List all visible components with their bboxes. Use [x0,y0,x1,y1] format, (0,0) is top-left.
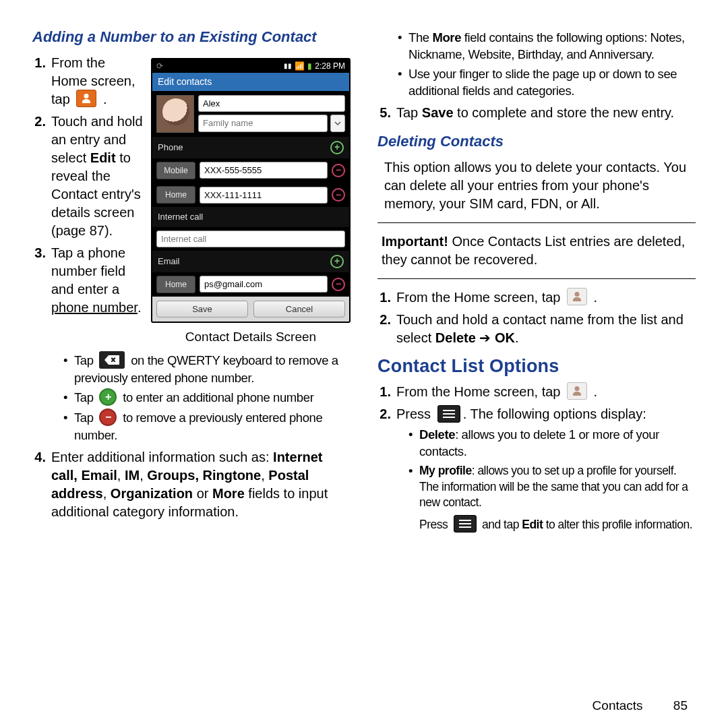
left-column: Adding a Number to an Existing Contact ⟳… [32,27,351,534]
step-num-4: 4. [32,448,51,521]
phone-type-mobile[interactable]: Mobile [156,162,195,179]
clo-step-2: Press . The following options display: [396,405,696,424]
del-step-2: Touch and hold a contact name from the l… [396,311,696,347]
step-num-5: 5. [377,104,396,122]
contacts-icon [76,90,96,107]
clock: 2:28 PM [315,61,345,71]
internet-section-label: Internet call [158,211,203,223]
family-name-field[interactable] [198,115,328,132]
screen-title: Edit contacts [152,73,349,91]
contacts-icon [567,288,587,305]
heading-deleting-contacts: Deleting Contacts [377,131,696,152]
step3-bullet-2: Tap + to enter an additional phone numbe… [74,390,313,407]
remove-home-icon[interactable]: − [332,188,345,202]
clo-step-num-2: 2. [377,405,396,424]
del-step-1: From the Home screen, tap . [396,289,696,307]
expand-name-button[interactable] [330,115,345,132]
heading-adding-number: Adding a Number to an Existing Contact [32,27,351,47]
page-footer: Contacts 85 [593,697,688,715]
important-note: Important! Once Contacts List entries ar… [377,233,696,269]
del-step-num-1: 1. [377,289,396,307]
clo-bullet-delete: Delete: allows you to delete 1 or more o… [419,427,696,460]
phone-mock: ⟳ ▮▮ 📶 ▮ 2:28 PM Edit contacts [151,58,351,323]
contacts-icon [567,382,587,400]
sync-icon: ⟳ [156,61,163,71]
step-num-2: 2. [32,113,51,240]
step-4: Enter additional information such as: In… [51,448,351,521]
step-5: Tap Save to complete and store the new e… [396,104,696,122]
clo-step-num-1: 1. [377,383,396,402]
minus-icon: − [99,408,117,426]
signal-bars-icon: 📶 [295,61,305,71]
add-email-icon[interactable]: + [330,255,344,268]
step-num-1: 1. [32,54,51,109]
cancel-button[interactable]: Cancel [253,301,345,317]
deleting-intro: This option allows you to delete your co… [384,158,696,213]
clo-step-1: From the Home screen, tap . [396,383,696,402]
menu-icon [454,515,477,533]
clo-sub-note: Press and tap Edit to alter this profile… [419,516,696,534]
step-3: Tap a phone number field and enter a pho… [51,244,144,317]
plus-icon: + [99,388,117,406]
more-bullet-2: Use your finger to slide the page up or … [408,66,696,100]
more-bullet-1: The More field contains the following op… [408,30,696,63]
heading-contact-list-options: Contact List Options [377,354,696,378]
backspace-icon [99,351,125,369]
step-1: From the Home screen, tap . [51,54,144,109]
step-2: Touch and hold an entry and select Edit … [51,113,144,240]
add-phone-icon[interactable]: + [330,141,344,154]
step3-bullet-3: Tap − to remove a previously entered pho… [74,410,351,444]
step-num-3: 3. [32,244,51,317]
phone-value-mobile[interactable] [200,162,328,179]
step3-bullet-1: Tap on the QWERTY keyboard to remove a p… [74,353,351,387]
separator-top [377,222,696,223]
figure-caption: Contact Details Screen [151,328,351,346]
remove-email-icon[interactable]: − [332,278,345,291]
first-name-field[interactable] [198,95,345,112]
phone-value-home[interactable] [200,187,328,204]
remove-mobile-icon[interactable]: − [332,164,345,177]
email-type-home[interactable]: Home [156,276,195,293]
phone-figure: ⟳ ▮▮ 📶 ▮ 2:28 PM Edit contacts [151,58,351,346]
phone-type-home[interactable]: Home [156,186,195,204]
menu-icon [437,405,460,423]
contact-avatar[interactable] [156,95,194,133]
footer-page: 85 [673,698,688,712]
signal-icon: ▮▮ [284,61,292,71]
phone-section-label: Phone [158,142,183,154]
clo-bullet-myprofile: My profile: allows you to set up a profi… [419,463,696,511]
status-bar: ⟳ ▮▮ 📶 ▮ 2:28 PM [152,59,349,73]
email-section-label: Email [158,255,180,268]
internet-call-field[interactable] [156,231,345,247]
email-value[interactable] [200,276,328,293]
save-button[interactable]: Save [156,301,248,317]
battery-icon: ▮ [307,61,312,71]
footer-section: Contacts [593,698,643,712]
separator-bottom [377,278,696,279]
right-column: The More field contains the following op… [377,27,696,534]
del-step-num-2: 2. [377,311,396,347]
